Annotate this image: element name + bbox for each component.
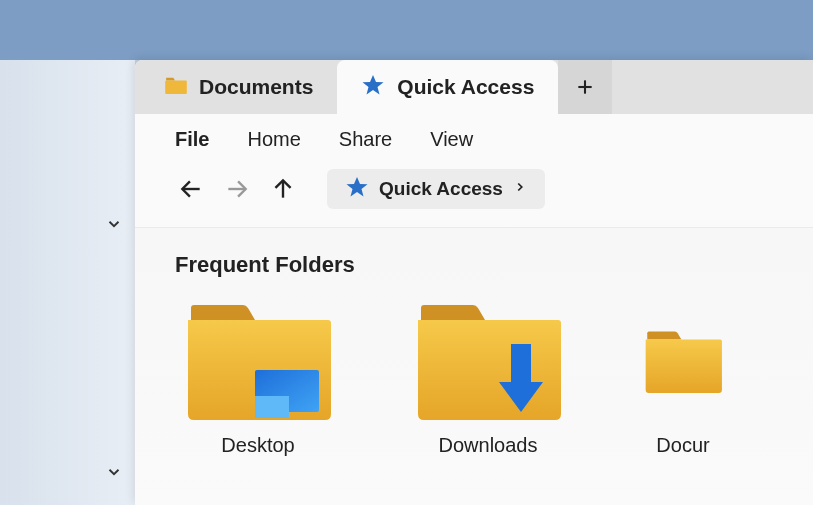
folder-icon [643,302,723,426]
folder-label: Docur [656,434,709,457]
folder-icon [183,302,333,426]
star-icon [361,73,385,102]
tab-strip: Documents Quick Access [135,60,813,114]
menu-bar: File Home Share View [135,114,813,159]
file-explorer-window: Documents Quick Access File Home Share V… [135,60,813,505]
breadcrumb-current: Quick Access [379,178,503,200]
chevron-right-icon [513,180,527,198]
folder-label: Desktop [221,434,294,457]
up-button[interactable] [263,171,303,207]
back-button[interactable] [171,171,211,207]
section-title: Frequent Folders [135,228,813,302]
menu-file[interactable]: File [175,128,209,151]
tab-label: Documents [199,75,313,99]
forward-button[interactable] [217,171,257,207]
folder-documents[interactable]: Docur [643,302,723,457]
folder-desktop[interactable]: Desktop [183,302,333,457]
breadcrumb[interactable]: Quick Access [327,169,545,209]
tab-quick-access[interactable]: Quick Access [337,60,558,114]
menu-share[interactable]: Share [339,128,392,151]
folder-grid: Desktop [135,302,813,457]
folder-label: Downloads [439,434,538,457]
folder-downloads[interactable]: Downloads [413,302,563,457]
new-tab-button[interactable] [558,60,612,114]
svg-rect-7 [255,396,289,418]
svg-rect-0 [165,81,187,95]
sidebar-collapse-bottom[interactable] [105,463,123,485]
sidebar-panel [0,60,135,505]
star-icon [345,175,369,203]
tab-label: Quick Access [397,75,534,99]
menu-home[interactable]: Home [247,128,300,151]
folder-icon [413,302,563,426]
menu-view[interactable]: View [430,128,473,151]
navigation-bar: Quick Access [135,159,813,228]
sidebar-collapse-top[interactable] [105,215,123,237]
tab-documents[interactable]: Documents [141,60,337,114]
folder-icon [165,75,187,99]
svg-rect-8 [511,344,531,386]
